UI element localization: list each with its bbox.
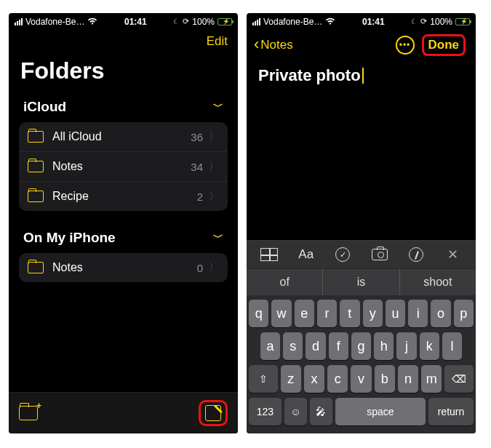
rotation-lock-icon: ⟳	[183, 17, 189, 26]
suggestion-bar: of is shoot	[247, 269, 476, 295]
key-f[interactable]: f	[329, 332, 348, 360]
key-o[interactable]: o	[431, 300, 450, 327]
dnd-icon: ☾	[411, 17, 418, 25]
key-a[interactable]: a	[260, 332, 280, 360]
key-w[interactable]: w	[271, 300, 291, 327]
chevron-right-icon: 〉	[209, 261, 219, 274]
folder-icon	[28, 131, 44, 143]
suggestion-1[interactable]: of	[247, 269, 323, 295]
status-bar: Vodafone-Be… 01:41 ☾ ⟳ 100%	[247, 13, 476, 28]
folder-list-onmyiphone: Notes 0 〉	[19, 253, 228, 282]
dnd-icon: ☾	[173, 17, 180, 25]
edit-button[interactable]: Edit	[207, 34, 228, 49]
key-n[interactable]: n	[398, 365, 418, 393]
numeric-key[interactable]: 123	[249, 398, 282, 425]
folder-list-icloud: All iCloud 36 〉 Notes 34 〉 Recipe 2 〉	[19, 122, 228, 211]
folder-row-recipe[interactable]: Recipe 2 〉	[19, 182, 228, 211]
format-button[interactable]: Aa	[297, 247, 316, 263]
checklist-icon[interactable]: ✓	[333, 247, 352, 263]
space-key[interactable]: space	[335, 398, 426, 425]
status-bar: Vodafone-Be… 01:41 ☾ ⟳ 100%	[9, 13, 238, 28]
section-label: iCloud	[23, 99, 66, 115]
folder-row-all-icloud[interactable]: All iCloud 36 〉	[19, 122, 228, 152]
key-t[interactable]: t	[340, 300, 359, 327]
key-v[interactable]: v	[351, 365, 371, 393]
key-k[interactable]: k	[420, 332, 439, 360]
signal-icon	[15, 18, 23, 25]
compose-highlight	[199, 400, 228, 426]
top-nav: ‹ Notes ••• Done	[247, 28, 476, 60]
keyboard: q w e r t y u i o p a s d f g h j k l ⇧ …	[247, 295, 476, 433]
key-x[interactable]: x	[304, 365, 324, 393]
chevron-right-icon: 〉	[209, 130, 219, 143]
key-y[interactable]: y	[363, 300, 383, 327]
done-button[interactable]: Done	[428, 38, 460, 52]
more-button[interactable]: •••	[396, 36, 415, 55]
suggestion-3[interactable]: shoot	[400, 269, 476, 295]
table-icon[interactable]	[260, 247, 279, 263]
chevron-right-icon: 〉	[209, 160, 219, 173]
back-button[interactable]: ‹ Notes	[254, 37, 293, 53]
wifi-icon	[325, 16, 335, 27]
backspace-key[interactable]: ⌫	[444, 365, 474, 393]
key-p[interactable]: p	[454, 300, 474, 327]
folder-count: 2	[197, 191, 203, 203]
back-label: Notes	[260, 38, 292, 52]
battery-icon	[455, 18, 470, 25]
carrier-label: Vodafone-Be…	[263, 17, 322, 27]
folder-row-notes-local[interactable]: Notes 0 〉	[19, 253, 228, 282]
folder-count: 36	[191, 131, 203, 143]
key-z[interactable]: z	[281, 365, 301, 393]
folder-label: Recipe	[52, 190, 197, 203]
new-folder-button[interactable]	[19, 406, 38, 420]
note-body[interactable]	[247, 85, 476, 240]
key-b[interactable]: b	[375, 365, 395, 393]
key-l[interactable]: l	[442, 332, 462, 360]
key-c[interactable]: c	[327, 365, 348, 393]
key-d[interactable]: d	[306, 332, 325, 360]
battery-icon	[217, 18, 232, 25]
suggestion-2[interactable]: is	[323, 269, 399, 295]
rotation-lock-icon: ⟳	[420, 17, 427, 26]
section-header-icloud[interactable]: iCloud ﹀	[9, 93, 238, 122]
folder-icon	[28, 191, 44, 202]
key-j[interactable]: j	[396, 332, 416, 360]
folder-count: 34	[191, 161, 203, 173]
emoji-key[interactable]: ☺	[284, 398, 307, 425]
key-m[interactable]: m	[421, 365, 442, 393]
chevron-left-icon: ‹	[254, 36, 259, 52]
return-key[interactable]: return	[428, 398, 474, 425]
shift-key[interactable]: ⇧	[249, 365, 278, 393]
section-label: On My iPhone	[23, 230, 116, 246]
key-r[interactable]: r	[317, 300, 337, 327]
compose-button[interactable]	[205, 405, 221, 421]
folder-label: All iCloud	[52, 130, 191, 143]
key-g[interactable]: g	[351, 332, 371, 360]
close-icon[interactable]: ✕	[444, 247, 463, 263]
key-s[interactable]: s	[283, 332, 303, 360]
key-e[interactable]: e	[295, 300, 314, 327]
folder-count: 0	[197, 262, 203, 274]
folder-row-notes[interactable]: Notes 34 〉	[19, 152, 228, 182]
key-h[interactable]: h	[374, 332, 394, 360]
key-q[interactable]: q	[249, 300, 268, 327]
key-u[interactable]: u	[386, 300, 405, 327]
key-i[interactable]: i	[408, 300, 428, 327]
carrier-label: Vodafone-Be…	[25, 17, 84, 27]
folder-label: Notes	[52, 160, 191, 173]
top-nav: Edit	[9, 28, 238, 53]
notes-toolbar: Aa ✓ ✕	[247, 240, 476, 269]
camera-icon[interactable]	[370, 247, 389, 263]
signal-icon	[252, 18, 260, 25]
battery-text: 100%	[430, 17, 452, 27]
folder-icon	[28, 161, 44, 172]
section-header-onmyiphone[interactable]: On My iPhone ﹀	[9, 224, 238, 253]
battery-text: 100%	[192, 17, 215, 27]
mic-key[interactable]: 🎤︎	[310, 398, 332, 425]
wifi-icon	[87, 16, 97, 27]
markup-icon[interactable]	[407, 247, 426, 263]
note-title-field[interactable]: Private photo	[247, 60, 476, 85]
status-time: 01:41	[124, 17, 147, 27]
page-title: Folders	[9, 53, 238, 93]
chevron-down-icon: ﹀	[213, 100, 223, 113]
